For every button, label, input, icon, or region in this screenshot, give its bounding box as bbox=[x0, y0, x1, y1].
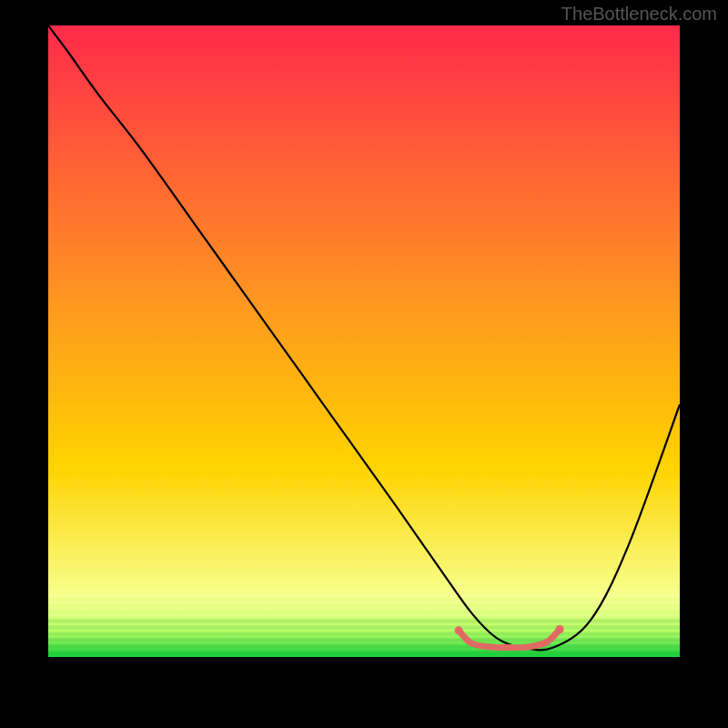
svg-rect-8 bbox=[48, 644, 680, 648]
svg-rect-7 bbox=[48, 638, 680, 642]
highlight-endpoint bbox=[455, 626, 463, 634]
chart-container bbox=[48, 25, 680, 657]
highlight-endpoint bbox=[556, 625, 564, 633]
watermark-text: TheBottleneck.com bbox=[561, 4, 717, 25]
svg-rect-2 bbox=[48, 606, 680, 610]
svg-rect-9 bbox=[48, 651, 680, 654]
svg-rect-4 bbox=[48, 619, 680, 622]
svg-rect-0 bbox=[48, 594, 680, 598]
svg-rect-1 bbox=[48, 601, 680, 604]
svg-rect-6 bbox=[48, 632, 680, 635]
svg-rect-3 bbox=[48, 612, 680, 616]
gradient-background bbox=[48, 25, 680, 657]
chart-svg bbox=[48, 25, 680, 657]
